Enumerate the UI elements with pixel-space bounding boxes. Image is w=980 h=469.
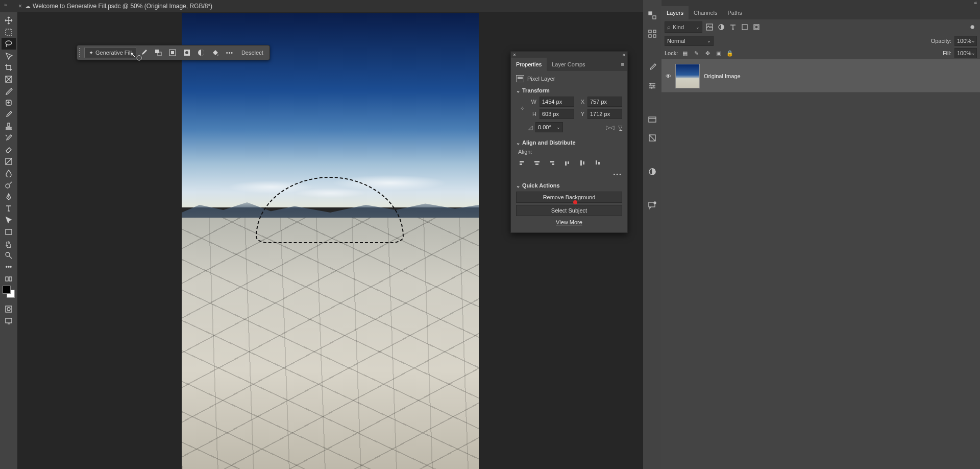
color-swatches[interactable] <box>3 286 15 298</box>
tab-layer-comps[interactable]: Layer Comps <box>547 58 590 71</box>
quick-select-tool[interactable] <box>2 50 16 61</box>
collapse-icon[interactable]: « <box>662 0 980 6</box>
deselect-button[interactable]: Deselect <box>237 50 267 56</box>
stamp-tool[interactable] <box>2 120 16 132</box>
fill-icon[interactable] <box>209 47 222 58</box>
hand-tool[interactable] <box>2 238 16 249</box>
path-select-tool[interactable] <box>2 214 16 226</box>
styles-panel-icon[interactable] <box>645 166 659 178</box>
lasso-tool[interactable] <box>2 38 16 50</box>
view-more-link[interactable]: View More <box>516 219 622 225</box>
gradient-tool[interactable] <box>2 155 16 167</box>
zoom-tool[interactable] <box>2 249 16 261</box>
history-panel-icon[interactable] <box>645 132 659 144</box>
foreground-color-swatch[interactable] <box>3 286 11 294</box>
lock-paint-icon[interactable]: ✎ <box>692 50 700 57</box>
align-bottom-icon[interactable] <box>593 158 604 168</box>
panel-menu-icon[interactable]: ≡ <box>618 61 627 67</box>
crop-tool[interactable] <box>2 61 16 73</box>
select-subject-button[interactable]: Select Subject <box>516 205 622 216</box>
move-tool[interactable] <box>2 14 16 26</box>
tab-properties[interactable]: Properties <box>511 58 547 71</box>
invert-selection-icon[interactable] <box>166 47 179 58</box>
color-panel-icon[interactable] <box>645 9 659 21</box>
type-tool[interactable] <box>2 202 16 214</box>
drag-handle-icon[interactable] <box>79 48 81 57</box>
svg-rect-6 <box>6 229 12 235</box>
adjustment-icon[interactable] <box>194 47 208 58</box>
filter-smart-icon[interactable] <box>752 22 761 32</box>
blend-mode-select[interactable]: Normal ⌄ <box>665 36 714 46</box>
screen-mode-icon[interactable] <box>2 315 16 326</box>
select-brush-icon[interactable] <box>137 47 151 58</box>
frame-tool[interactable] <box>2 73 16 85</box>
more-options-icon[interactable]: ••• <box>223 47 236 58</box>
history-brush-tool[interactable] <box>2 132 16 144</box>
eraser-tool[interactable] <box>2 144 16 155</box>
filter-pixel-icon[interactable] <box>705 22 714 32</box>
visibility-icon[interactable]: 👁 <box>666 73 671 79</box>
lock-artboard-icon[interactable]: ▣ <box>715 50 723 57</box>
lock-all-icon[interactable]: 🔒 <box>726 50 734 57</box>
marquee-tool[interactable] <box>2 26 16 38</box>
svg-rect-9 <box>9 277 12 281</box>
more-align-icon[interactable]: ••• <box>516 171 622 177</box>
layer-thumbnail[interactable] <box>675 64 700 88</box>
filter-type-icon[interactable] <box>728 22 738 32</box>
brush-tool[interactable] <box>2 108 16 120</box>
swatches-panel-icon[interactable] <box>645 28 659 40</box>
lock-transparency-icon[interactable]: ▦ <box>681 50 689 57</box>
brushes-panel-icon[interactable] <box>645 61 659 74</box>
close-icon[interactable]: × <box>18 3 22 10</box>
align-right-icon[interactable] <box>547 158 558 168</box>
link-wh-icon[interactable]: ⟡ <box>518 105 526 111</box>
comments-panel-icon[interactable] <box>645 199 659 212</box>
flip-horizontal-icon[interactable]: ▷◁ <box>606 124 614 131</box>
align-hcenter-icon[interactable] <box>531 158 543 168</box>
tab-channels[interactable]: Channels <box>689 6 722 19</box>
generative-fill-button[interactable]: ✦ Generative Fill <box>84 47 136 58</box>
opacity-input[interactable]: 100% ⌄ <box>954 36 977 46</box>
width-input[interactable]: 1454 px <box>540 97 574 107</box>
quick-actions-header[interactable]: ⌄ Quick Actions <box>516 182 622 189</box>
filter-toggle[interactable] <box>968 22 977 32</box>
svg-rect-22 <box>649 30 651 33</box>
expand-chevrons-icon[interactable]: » <box>4 2 7 8</box>
quick-mask-icon[interactable] <box>2 303 16 315</box>
x-input[interactable]: 757 px <box>587 97 622 107</box>
heal-tool[interactable] <box>2 97 16 108</box>
filter-shape-icon[interactable] <box>740 22 749 32</box>
align-section-header[interactable]: ⌄ Align and Distribute <box>516 139 622 146</box>
angle-input[interactable]: 0.00°⌄ <box>535 122 563 132</box>
flip-vertical-icon[interactable]: ▽̲ <box>618 124 622 131</box>
edit-toolbar-icon[interactable] <box>2 273 16 285</box>
layer-item[interactable]: 👁 Original Image <box>662 59 980 93</box>
adjustments-panel-icon[interactable] <box>645 80 659 92</box>
shape-tool[interactable] <box>2 226 16 238</box>
tab-layers[interactable]: Layers <box>662 6 689 19</box>
more-tools-icon[interactable]: ••• <box>2 261 16 273</box>
eyedropper-tool[interactable] <box>2 85 16 97</box>
lock-position-icon[interactable]: ✥ <box>703 50 712 57</box>
libraries-panel-icon[interactable] <box>645 113 659 126</box>
layer-name[interactable]: Original Image <box>704 73 741 79</box>
align-top-icon[interactable] <box>562 158 573 168</box>
tab-paths[interactable]: Paths <box>723 6 747 19</box>
align-vcenter-icon[interactable] <box>577 158 589 168</box>
blur-tool[interactable] <box>2 167 16 179</box>
fill-input[interactable]: 100% ⌄ <box>954 48 977 58</box>
remove-background-button[interactable]: Remove Background <box>516 192 622 203</box>
collapse-icon[interactable]: « <box>622 52 625 58</box>
transform-section-header[interactable]: ⌄ Transform <box>516 87 622 93</box>
mask-icon[interactable] <box>180 47 193 58</box>
close-icon[interactable]: × <box>513 52 516 58</box>
layer-filter-kind[interactable]: ⌕ Kind ⌄ <box>665 21 702 33</box>
align-left-icon[interactable] <box>516 158 527 168</box>
filter-adjustment-icon[interactable] <box>717 22 726 32</box>
modify-selection-icon[interactable] <box>152 47 165 58</box>
pen-tool[interactable] <box>2 191 16 202</box>
height-input[interactable]: 603 px <box>540 109 574 119</box>
dodge-tool[interactable] <box>2 179 16 191</box>
y-input[interactable]: 1712 px <box>587 109 622 119</box>
document-tab[interactable]: × ☁ Welcome to Generative Fill.psdc @ 50… <box>18 0 216 12</box>
